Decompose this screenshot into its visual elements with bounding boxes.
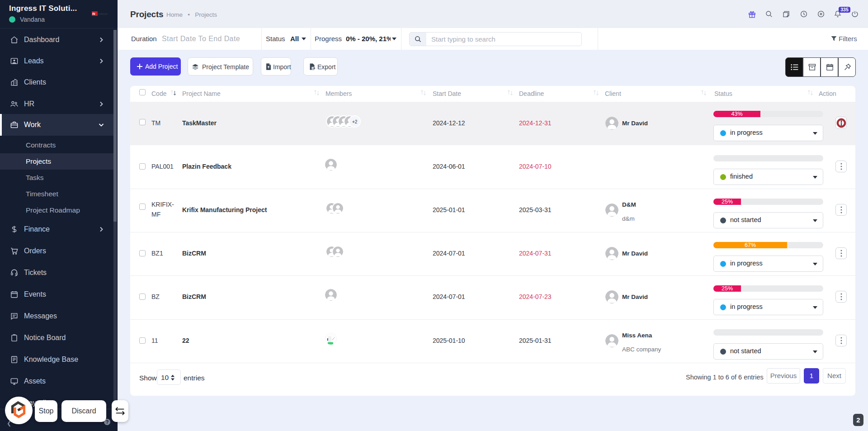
svg-text:GRESS: GRESS (98, 13, 108, 15)
svg-text:IN: IN (92, 12, 95, 15)
